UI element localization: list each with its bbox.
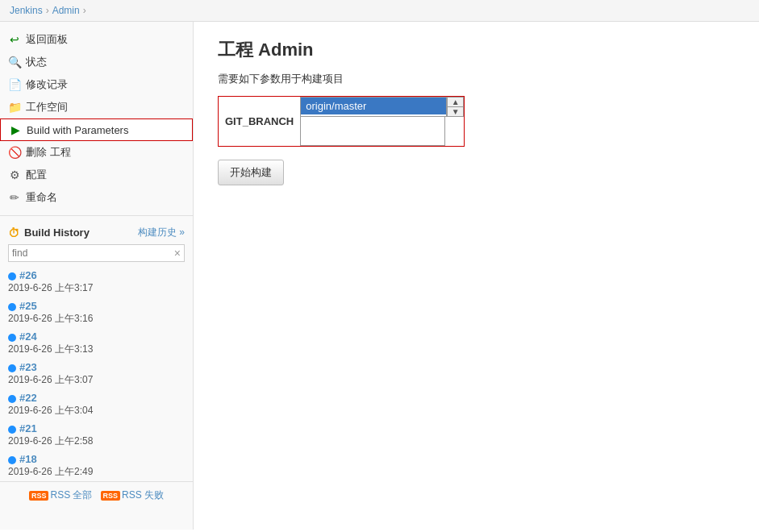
build-item-number-row: #18 (8, 453, 185, 465)
build-item-18: #182019-6-26 上午2:49 (0, 451, 193, 481)
sidebar-item-status[interactable]: 🔍状态 (0, 51, 193, 73)
sidebar-item-back-to-dashboard[interactable]: ↩返回面板 (0, 28, 193, 51)
sidebar-item-configure[interactable]: ⚙配置 (0, 164, 193, 186)
main-content: 工程 Admin 需要如下参数用于构建项目 GIT_BRANCH origin/… (194, 22, 759, 530)
delete-project-icon: 🚫 (8, 146, 21, 159)
breadcrumb: Jenkins › Admin › (0, 0, 759, 22)
build-status-dot (8, 364, 16, 372)
search-input[interactable] (9, 245, 171, 261)
change-log-label: 修改记录 (26, 77, 68, 92)
build-history-header: ⏱ Build History 构建历史 » (0, 222, 193, 244)
build-date-26: 2019-6-26 上午3:17 (8, 281, 185, 295)
build-history-title: ⏱ Build History (8, 227, 90, 239)
build-link-26[interactable]: #26 (19, 269, 37, 281)
build-with-parameters-label: Build with Parameters (27, 124, 128, 136)
build-item-number-row: #21 (8, 422, 185, 434)
sidebar-item-change-log[interactable]: 📄修改记录 (0, 73, 193, 96)
build-date-25: 2019-6-26 上午3:16 (8, 312, 185, 326)
build-item-24: #242019-6-26 上午3:13 (0, 328, 193, 359)
build-date-21: 2019-6-26 上午2:58 (8, 434, 185, 448)
build-item-22: #222019-6-26 上午3:04 (0, 389, 193, 420)
search-box: × (8, 244, 185, 262)
build-item-number-row: #25 (8, 300, 185, 312)
build-item-23: #232019-6-26 上午3:07 (0, 359, 193, 389)
configure-icon: ⚙ (8, 168, 21, 181)
build-item-25: #252019-6-26 上午3:16 (0, 297, 193, 328)
build-button[interactable]: 开始构建 (218, 160, 284, 185)
build-status-dot (8, 456, 16, 464)
status-label: 状态 (26, 55, 47, 69)
build-link-25[interactable]: #25 (19, 300, 37, 312)
param-input-container: origin/master ▲ ▼ (300, 97, 464, 146)
rename-icon: ✏ (8, 191, 21, 204)
param-row: GIT_BRANCH origin/master ▲ ▼ (219, 97, 464, 146)
rss-fail-link[interactable]: RSS 失败 (122, 489, 164, 501)
page-title: 工程 Admin (218, 38, 735, 62)
back-to-dashboard-label: 返回面板 (26, 32, 68, 47)
build-date-24: 2019-6-26 上午3:13 (8, 343, 185, 356)
build-item-number-row: #23 (8, 361, 185, 373)
select-down-arrow[interactable]: ▼ (447, 107, 463, 116)
sidebar-item-rename[interactable]: ✏重命名 (0, 186, 193, 209)
dropdown-list (300, 117, 445, 146)
param-select-wrapper: origin/master (300, 97, 447, 117)
build-link-23[interactable]: #23 (19, 361, 37, 373)
build-item-number-row: #22 (8, 392, 185, 404)
breadcrumb-admin[interactable]: Admin (52, 5, 80, 16)
rename-label: 重命名 (26, 190, 57, 205)
configure-label: 配置 (26, 168, 47, 182)
breadcrumb-sep2: › (83, 5, 86, 16)
workspace-icon: 📁 (8, 101, 21, 114)
build-status-dot (8, 395, 16, 403)
build-status-dot (8, 426, 16, 434)
build-item-number-row: #26 (8, 269, 185, 281)
param-label: GIT_BRANCH (219, 112, 300, 131)
build-status-dot (8, 303, 16, 311)
build-list: #262019-6-26 上午3:17#252019-6-26 上午3:16#2… (0, 267, 193, 481)
git-branch-select[interactable]: origin/master (301, 98, 446, 114)
sidebar: ↩返回面板🔍状态📄修改记录📁工作空间▶Build with Parameters… (0, 22, 194, 530)
select-arrows: ▲ ▼ (447, 97, 464, 117)
rss-all-link[interactable]: RSS 全部 (50, 489, 92, 501)
build-item-21: #212019-6-26 上午2:58 (0, 420, 193, 451)
build-link-22[interactable]: #22 (19, 392, 37, 404)
build-with-parameters-icon: ▶ (9, 123, 22, 136)
back-to-dashboard-icon: ↩ (8, 33, 21, 46)
build-date-18: 2019-6-26 上午2:49 (8, 465, 185, 479)
sidebar-item-delete-project[interactable]: 🚫删除 工程 (0, 141, 193, 164)
build-item-number-row: #24 (8, 330, 185, 343)
rss-icon-all: RSS (29, 491, 49, 501)
nav-items: ↩返回面板🔍状态📄修改记录📁工作空间▶Build with Parameters… (0, 28, 193, 209)
build-item-26: #262019-6-26 上午3:17 (0, 267, 193, 297)
layout: ↩返回面板🔍状态📄修改记录📁工作空间▶Build with Parameters… (0, 22, 759, 530)
build-link-18[interactable]: #18 (19, 453, 37, 465)
select-up-arrow[interactable]: ▲ (447, 98, 463, 106)
build-status-dot (8, 272, 16, 281)
sidebar-item-workspace[interactable]: 📁工作空间 (0, 96, 193, 118)
rss-footer: RSSRSS 全部 RSSRSS 失败 (0, 481, 193, 509)
workspace-label: 工作空间 (26, 100, 68, 114)
build-params-subtitle: 需要如下参数用于构建项目 (218, 72, 735, 86)
delete-project-label: 删除 工程 (26, 145, 71, 160)
build-date-22: 2019-6-26 上午3:04 (8, 404, 185, 418)
status-icon: 🔍 (8, 56, 21, 69)
rss-icon-fail: RSS (101, 491, 121, 501)
build-link-21[interactable]: #21 (19, 422, 37, 434)
breadcrumb-sep1: › (46, 5, 49, 16)
breadcrumb-jenkins[interactable]: Jenkins (10, 5, 43, 16)
build-history-section: ⏱ Build History 构建历史 » × #262019-6-26 上午… (0, 215, 193, 509)
param-table: GIT_BRANCH origin/master ▲ ▼ (218, 96, 465, 147)
param-select-row: origin/master ▲ ▼ (300, 97, 464, 117)
build-history-link[interactable]: 构建历史 » (138, 226, 185, 239)
build-link-24[interactable]: #24 (19, 330, 37, 343)
build-history-label: Build History (24, 227, 90, 239)
search-clear-button[interactable]: × (171, 247, 184, 260)
change-log-icon: 📄 (8, 78, 21, 91)
build-history-icon: ⏱ (8, 227, 19, 239)
sidebar-item-build-with-parameters[interactable]: ▶Build with Parameters (0, 118, 193, 141)
build-status-dot (8, 334, 16, 342)
build-date-23: 2019-6-26 上午3:07 (8, 373, 185, 387)
